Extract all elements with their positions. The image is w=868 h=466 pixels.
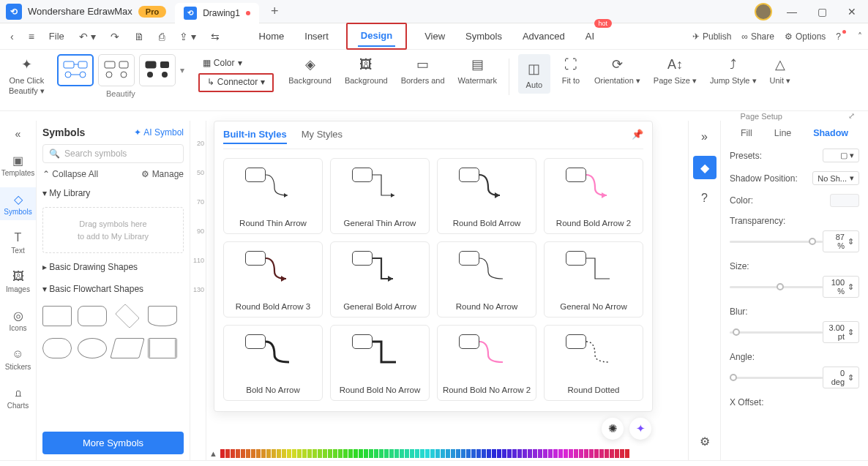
- document-tab[interactable]: ⟲ Drawing1: [175, 3, 259, 23]
- basic-flowchart-section[interactable]: ▾ Basic Flowchart Shapes: [42, 281, 184, 297]
- more-qat-button[interactable]: ⇆: [206, 28, 224, 45]
- shape-rounded-rect[interactable]: [78, 306, 107, 326]
- user-avatar[interactable]: [755, 3, 772, 20]
- center-fab[interactable]: ✺: [602, 418, 624, 440]
- style-round-bold-arrow[interactable]: Round Bold Arrow: [437, 158, 536, 234]
- rail-icons[interactable]: ◎Icons: [0, 304, 36, 337]
- orientation-button[interactable]: ⟳Orientation ▾: [591, 54, 643, 86]
- style-round-no-arrow[interactable]: Round No Arrow: [437, 241, 536, 317]
- ai-fab[interactable]: ✦: [629, 418, 651, 440]
- tab-symbols[interactable]: Symbols: [463, 26, 505, 46]
- rail-templates[interactable]: ▣Templates: [0, 149, 36, 181]
- shape-rect[interactable]: [42, 306, 72, 326]
- shape-predefined[interactable]: [148, 338, 177, 358]
- rail-text[interactable]: TText: [0, 226, 36, 259]
- rail-symbols[interactable]: ◇Symbols: [0, 187, 36, 220]
- transparency-value[interactable]: 87 % ⇕: [823, 230, 859, 252]
- size-slider[interactable]: [730, 282, 823, 292]
- window-close-button[interactable]: ✕: [842, 3, 862, 20]
- manage-button[interactable]: ⚙ Manage: [141, 169, 184, 179]
- new-tab-button[interactable]: +: [265, 4, 285, 19]
- color-strip-toggle-icon[interactable]: ▲: [209, 449, 217, 458]
- library-drop-zone[interactable]: Drag symbols here to add to My Library: [42, 207, 184, 253]
- shape-data[interactable]: [110, 338, 145, 358]
- ai-symbol-button[interactable]: ✦ AI Symbol: [134, 127, 184, 138]
- background2-button[interactable]: 🖼Background: [342, 54, 391, 85]
- file-menu[interactable]: File: [45, 28, 69, 45]
- right-rail-settings[interactable]: ⚙: [693, 429, 717, 453]
- right-rail-style[interactable]: ◆: [693, 156, 717, 179]
- color-button[interactable]: ▦ Color ▾: [198, 56, 274, 70]
- tab-view[interactable]: View: [422, 26, 448, 46]
- auto-button[interactable]: ◫Auto: [518, 54, 550, 94]
- canvas[interactable]: 20 50 70 90 110 130 Built-in Styles My S…: [190, 121, 688, 460]
- rail-collapse-button[interactable]: «: [12, 125, 24, 143]
- style-bold-no-arrow[interactable]: Bold No Arrow: [223, 325, 323, 401]
- more-symbols-button[interactable]: More Symbols: [42, 432, 184, 454]
- angle-slider[interactable]: [730, 372, 823, 383]
- print-button[interactable]: ⎙: [154, 28, 169, 45]
- rail-images[interactable]: 🖼Images: [0, 265, 36, 298]
- window-minimize-button[interactable]: —: [781, 3, 803, 20]
- style-round-bold-no-arrow[interactable]: Round Bold No Arrow: [330, 325, 430, 401]
- tab-advanced[interactable]: Advanced: [520, 26, 568, 46]
- page-setup-launcher-icon[interactable]: ⤢: [848, 111, 855, 121]
- redo-button[interactable]: ↷: [106, 28, 124, 45]
- basic-drawing-section[interactable]: ▸ Basic Drawing Shapes: [42, 259, 184, 275]
- options-button[interactable]: ⚙ Options: [785, 31, 826, 42]
- layout-more-button[interactable]: ▾: [180, 65, 184, 75]
- share-button[interactable]: ∞ Share: [741, 31, 774, 42]
- right-rail-help[interactable]: ?: [693, 187, 717, 210]
- help-button[interactable]: ?: [836, 31, 848, 42]
- borders-button[interactable]: ▭Borders and: [398, 54, 448, 85]
- jump-style-button[interactable]: ⤴Jump Style ▾: [707, 54, 759, 86]
- shape-ellipse[interactable]: [78, 338, 107, 358]
- one-click-beautify-button[interactable]: ✦ One Click Beautify ▾: [6, 54, 48, 96]
- tab-design[interactable]: Design: [358, 26, 395, 45]
- unit-button[interactable]: △Unit ▾: [767, 54, 794, 86]
- collapse-ribbon-button[interactable]: ˄: [858, 31, 862, 42]
- watermark-button[interactable]: ▤Watermark: [455, 54, 500, 85]
- rp-tab-shadow[interactable]: Shadow: [810, 127, 851, 140]
- tab-ai[interactable]: AI hot: [583, 26, 597, 46]
- style-round-bold-no-arrow-2[interactable]: Round Bold No Arrow 2: [437, 325, 536, 401]
- right-rail-expand[interactable]: »: [693, 125, 717, 149]
- builtin-styles-tab[interactable]: Built-in Styles: [223, 129, 287, 144]
- angle-value[interactable]: 0 deg ⇕: [823, 367, 859, 388]
- hamburger-icon[interactable]: ≡: [24, 28, 39, 45]
- my-library-section[interactable]: ▾ My Library: [42, 185, 184, 201]
- shadow-position-dropdown[interactable]: No Sh... ▾: [812, 171, 859, 185]
- style-round-bold-arrow-3[interactable]: Round Bold Arrow 3: [223, 241, 323, 317]
- export-button[interactable]: ⇪ ▾: [175, 28, 201, 45]
- undo-button[interactable]: ↶ ▾: [75, 28, 100, 45]
- rp-tab-fill[interactable]: Fill: [738, 127, 755, 140]
- blur-value[interactable]: 3.00 pt ⇕: [823, 321, 859, 343]
- shape-terminator[interactable]: [42, 338, 72, 358]
- save-button[interactable]: 🗎: [130, 28, 149, 45]
- color-swatches[interactable]: [220, 449, 685, 458]
- presets-dropdown[interactable]: ▢ ▾: [823, 149, 859, 162]
- style-round-bold-arrow-2[interactable]: Round Bold Arrow 2: [544, 158, 643, 234]
- style-round-thin-arrow[interactable]: Round Thin Arrow: [223, 158, 323, 234]
- shape-diamond[interactable]: [115, 304, 140, 328]
- window-maximize-button[interactable]: ▢: [812, 3, 833, 20]
- style-general-no-arrow[interactable]: General No Arrow: [544, 241, 643, 317]
- collapse-all-button[interactable]: ⌃ Collapse All: [42, 169, 98, 179]
- layout-style-1[interactable]: [57, 54, 94, 86]
- my-styles-tab[interactable]: My Styles: [302, 129, 343, 144]
- connector-button[interactable]: ↳ Connector ▾: [203, 75, 269, 89]
- transparency-slider[interactable]: [730, 236, 823, 247]
- size-value[interactable]: 100 % ⇕: [823, 276, 859, 298]
- publish-button[interactable]: ✈ Publish: [692, 31, 731, 42]
- pin-icon[interactable]: 📌: [632, 129, 643, 140]
- style-round-dotted[interactable]: Round Dotted: [544, 325, 643, 401]
- back-button[interactable]: ‹: [6, 28, 18, 45]
- layout-style-2[interactable]: [98, 54, 135, 86]
- tab-insert[interactable]: Insert: [302, 26, 332, 46]
- shadow-color-swatch[interactable]: [830, 194, 859, 207]
- blur-slider[interactable]: [730, 327, 823, 337]
- shape-document[interactable]: [148, 306, 177, 326]
- background1-button[interactable]: ◈Background: [285, 54, 334, 85]
- search-symbols-input[interactable]: 🔍 Search symbols: [42, 144, 184, 163]
- page-size-button[interactable]: A↕Page Size ▾: [651, 54, 700, 86]
